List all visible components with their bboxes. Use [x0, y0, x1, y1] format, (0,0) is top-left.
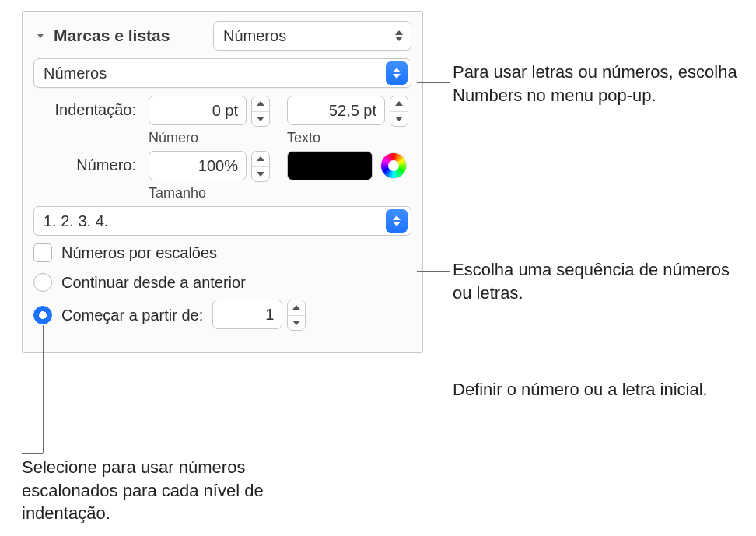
callout-text: Para usar letras ou números, escolha Num…	[453, 61, 740, 107]
indent-number-stepper[interactable]	[251, 96, 270, 127]
number-format-value: Números	[44, 65, 107, 82]
continue-radio[interactable]	[33, 273, 52, 292]
disclosure-triangle-icon[interactable]	[33, 29, 47, 43]
continue-radio-label: Continuar desde a anterior	[61, 274, 246, 292]
indent-text-input[interactable]	[287, 96, 385, 125]
list-type-popup[interactable]: Números	[213, 21, 411, 51]
section-title: Marcas e listas	[54, 26, 170, 45]
number-size-sublabel: Tamanho	[149, 185, 206, 201]
number-style-label: Número:	[33, 151, 136, 174]
indent-number-sublabel: Número	[149, 130, 198, 146]
number-color-well[interactable]	[287, 151, 373, 180]
callout-text: Selecione para usar números escalonados …	[22, 456, 302, 525]
callout-text: Escolha uma sequência de números ou letr…	[453, 258, 740, 304]
chevron-up-down-icon	[386, 61, 408, 85]
chevron-up-down-icon	[386, 209, 408, 233]
indent-text-stepper[interactable]	[390, 96, 408, 127]
indent-number-input[interactable]	[149, 96, 247, 125]
tiered-numbers-label: Números por escalões	[61, 244, 217, 262]
start-from-stepper[interactable]	[287, 300, 306, 331]
number-format-popup[interactable]: Números	[33, 58, 411, 88]
chevron-up-down-icon	[395, 30, 403, 41]
start-from-radio[interactable]	[33, 306, 52, 324]
sequence-value: 1. 2. 3. 4.	[44, 212, 108, 230]
number-size-stepper[interactable]	[251, 151, 270, 182]
callout-text: Definir o número ou a letra inicial.	[453, 378, 740, 401]
indentation-label: Indentação:	[33, 96, 136, 119]
color-wheel-icon[interactable]	[380, 152, 407, 179]
start-from-radio-label: Começar a partir de:	[61, 307, 203, 324]
start-from-input[interactable]	[212, 300, 282, 329]
sequence-popup[interactable]: 1. 2. 3. 4.	[33, 206, 411, 236]
list-type-value: Números	[223, 27, 286, 45]
indent-text-sublabel: Texto	[287, 130, 320, 146]
section-header[interactable]: Marcas e listas	[33, 26, 213, 45]
number-size-input[interactable]	[149, 151, 247, 180]
tiered-numbers-checkbox[interactable]	[33, 243, 52, 262]
bullets-lists-panel: Marcas e listas Números Números Indentaç…	[22, 11, 423, 353]
